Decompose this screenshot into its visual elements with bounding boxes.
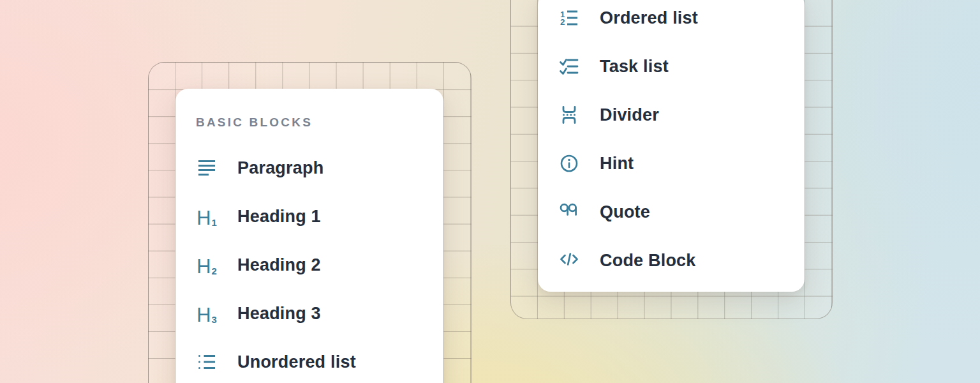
- menu-item-heading-3[interactable]: H3 Heading 3: [196, 289, 443, 338]
- paragraph-icon: [196, 157, 218, 179]
- quote-icon: [558, 201, 580, 223]
- task-list-icon: [558, 56, 580, 77]
- menu-item-label: Code Block: [600, 251, 696, 271]
- unordered-list-icon: [196, 351, 218, 373]
- blocks-menu-continued: 1 2 Ordered list Task list: [538, 0, 805, 292]
- heading-2-icon: H2: [196, 254, 218, 276]
- divider-icon: [558, 104, 580, 126]
- blocks-list: 1 2 Ordered list Task list: [558, 0, 805, 285]
- menu-item-divider[interactable]: Divider: [558, 91, 805, 139]
- basic-blocks-list: Paragraph H1 Heading 1 H2 Heading 2 H3 H…: [196, 144, 443, 383]
- menu-item-unordered-list[interactable]: Unordered list: [196, 338, 443, 383]
- menu-item-label: Paragraph: [237, 158, 323, 178]
- editor-blocks-promo-screen: BASIC BLOCKS Paragraph H1 Heading 1 H2 H…: [0, 0, 980, 383]
- section-title: BASIC BLOCKS: [196, 114, 443, 131]
- menu-item-label: Task list: [600, 57, 669, 77]
- menu-item-task-list[interactable]: Task list: [558, 42, 805, 91]
- menu-item-label: Hint: [600, 154, 634, 174]
- menu-item-ordered-list[interactable]: 1 2 Ordered list: [558, 0, 805, 42]
- heading-1-icon: H1: [196, 206, 218, 227]
- menu-item-label: Heading 3: [237, 304, 321, 324]
- menu-item-code-block[interactable]: Code Block: [558, 236, 805, 285]
- code-block-icon: [558, 250, 580, 271]
- menu-item-label: Heading 1: [237, 207, 321, 227]
- heading-3-icon: H3: [196, 303, 218, 324]
- menu-item-heading-1[interactable]: H1 Heading 1: [196, 192, 443, 241]
- menu-item-label: Divider: [600, 105, 659, 125]
- menu-item-quote[interactable]: Quote: [558, 188, 805, 236]
- menu-item-label: Unordered list: [237, 352, 356, 372]
- menu-item-label: Quote: [600, 202, 650, 222]
- svg-text:2: 2: [560, 17, 565, 27]
- menu-item-heading-2[interactable]: H2 Heading 2: [196, 241, 443, 289]
- menu-item-paragraph[interactable]: Paragraph: [196, 144, 443, 192]
- basic-blocks-menu: BASIC BLOCKS Paragraph H1 Heading 1 H2 H…: [175, 89, 443, 383]
- menu-item-label: Ordered list: [600, 8, 698, 28]
- menu-item-label: Heading 2: [237, 255, 321, 275]
- menu-item-hint[interactable]: Hint: [558, 139, 805, 188]
- hint-icon: [558, 153, 580, 174]
- ordered-list-icon: 1 2: [558, 7, 580, 29]
